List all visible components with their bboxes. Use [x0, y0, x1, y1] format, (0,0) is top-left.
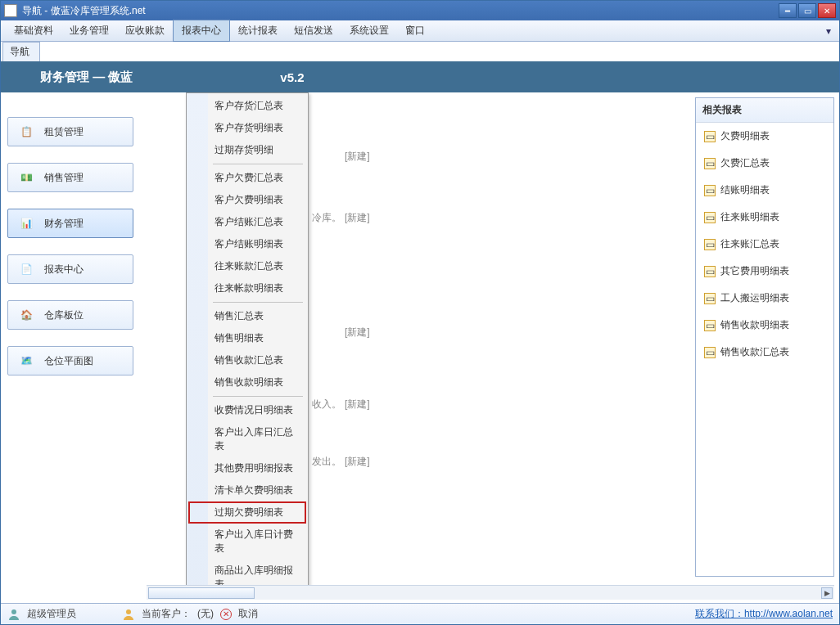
- dropdown-item[interactable]: 客户存货汇总表: [188, 95, 306, 117]
- report-icon: ▭: [704, 266, 716, 277]
- related-report-item[interactable]: ▭结账明细表: [696, 177, 833, 204]
- related-reports-panel: 相关报表 ▭欠费明细表▭欠费汇总表▭结账明细表▭往来账明细表▭往来账汇总表▭其它…: [695, 97, 834, 577]
- report-icon: ▭: [704, 212, 716, 223]
- ghost-new-2[interactable]: [新建]: [345, 211, 370, 225]
- related-report-label: 销售收款明细表: [720, 318, 789, 332]
- dropdown-item[interactable]: 往来帐款明细表: [188, 277, 306, 299]
- horizontal-scrollbar[interactable]: ▶: [147, 585, 834, 600]
- sidebar-label: 财务管理: [44, 217, 84, 231]
- user-icon: [7, 608, 20, 621]
- dropdown-item[interactable]: 客户出入库日计费表: [188, 524, 306, 560]
- report-icon: ▭: [704, 239, 716, 250]
- related-report-label: 其它费用明细表: [720, 264, 789, 278]
- related-reports-title: 相关报表: [696, 98, 833, 123]
- status-customer-label: 当前客户：: [142, 607, 191, 621]
- related-report-label: 结账明细表: [720, 183, 770, 197]
- status-customer-value: (无): [197, 607, 214, 621]
- ghost-new-1[interactable]: [新建]: [345, 150, 370, 164]
- dropdown-item[interactable]: 过期欠费明细表: [188, 501, 306, 524]
- related-report-item[interactable]: ▭欠费汇总表: [696, 150, 833, 177]
- dropdown-item[interactable]: 销售收款汇总表: [188, 349, 306, 371]
- svg-point-1: [126, 609, 131, 614]
- dropdown-item[interactable]: 销售汇总表: [188, 305, 306, 327]
- menu-item[interactable]: 基础资料: [6, 20, 61, 41]
- page-header: 财务管理 — 傲蓝 v5.2: [1, 61, 839, 92]
- menu-item[interactable]: 应收账款: [117, 20, 173, 41]
- dropdown-item[interactable]: 过期存货明细: [188, 139, 306, 161]
- related-report-item[interactable]: ▭欠费明细表: [696, 123, 833, 150]
- sidebar-button[interactable]: 📊财务管理: [7, 209, 133, 238]
- sidebar-button[interactable]: 💵销售管理: [7, 163, 133, 192]
- ghost-new-3[interactable]: [新建]: [345, 326, 370, 339]
- sidebar-button[interactable]: 📄报表中心: [7, 254, 133, 284]
- sidebar: 📋租赁管理💵销售管理📊财务管理📄报表中心🏠仓库板位🗺️仓位平面图: [1, 92, 140, 585]
- ghost-new-5[interactable]: [新建]: [345, 455, 370, 469]
- tab-nav[interactable]: 导航: [2, 42, 40, 61]
- report-icon: ▭: [704, 293, 716, 304]
- menu-item[interactable]: 窗口: [397, 20, 433, 41]
- document-tab-strip: 导航: [1, 42, 839, 61]
- header-title-right: v5.2: [280, 70, 304, 84]
- ghost-new-4[interactable]: [新建]: [345, 398, 370, 411]
- contact-link[interactable]: 联系我们：http://www.aolan.net: [695, 607, 833, 621]
- body-area: 📋租赁管理💵销售管理📊财务管理📄报表中心🏠仓库板位🗺️仓位平面图 [新建] 冷库…: [1, 92, 839, 585]
- dropdown-separator: [213, 396, 303, 397]
- dropdown-item[interactable]: 客户存货明细表: [188, 117, 306, 139]
- sidebar-label: 仓库板位: [44, 308, 84, 322]
- related-report-item[interactable]: ▭销售收款明细表: [696, 312, 833, 339]
- dropdown-item[interactable]: 收费情况日明细表: [188, 399, 306, 421]
- status-user: 超级管理员: [27, 607, 76, 621]
- sidebar-icon: 🗺️: [16, 351, 36, 371]
- dropdown-item[interactable]: 销售明细表: [188, 327, 306, 349]
- menu-item[interactable]: 系统设置: [341, 20, 397, 41]
- menu-item[interactable]: 统计报表: [230, 20, 286, 41]
- workspace: 导航 财务管理 — 傲蓝 v5.2 📋租赁管理💵销售管理📊财务管理📄报表中心🏠仓…: [1, 42, 839, 603]
- dropdown-item[interactable]: 往来账款汇总表: [188, 255, 306, 277]
- related-report-label: 往来账明细表: [720, 210, 779, 224]
- related-report-item[interactable]: ▭销售收款汇总表: [696, 339, 833, 366]
- report-icon: ▭: [704, 320, 716, 331]
- dropdown-item[interactable]: 商品出入库明细报表: [188, 560, 306, 585]
- cancel-label[interactable]: 取消: [238, 607, 258, 621]
- dropdown-item[interactable]: 客户结账明细表: [188, 233, 306, 255]
- close-button[interactable]: ✕: [818, 3, 836, 18]
- dropdown-item[interactable]: 客户欠费汇总表: [188, 167, 306, 189]
- sidebar-icon: 📄: [16, 259, 36, 279]
- scrollbar-thumb[interactable]: [148, 587, 255, 599]
- dropdown-item[interactable]: 客户结账汇总表: [188, 211, 306, 233]
- minimize-button[interactable]: ━: [779, 3, 797, 18]
- status-bar: 超级管理员 当前客户： (无) ✕ 取消 联系我们：http://www.aol…: [1, 603, 839, 624]
- customer-icon: [122, 608, 135, 621]
- cancel-icon[interactable]: ✕: [220, 609, 232, 620]
- window-title: 导航 - 傲蓝冷库管理系统.net: [22, 4, 777, 18]
- sidebar-button[interactable]: 🏠仓库板位: [7, 300, 133, 330]
- dropdown-item[interactable]: 客户出入库日汇总表: [188, 421, 306, 457]
- dropdown-item[interactable]: 清卡单欠费明细表: [188, 479, 306, 501]
- related-report-item[interactable]: ▭工人搬运明细表: [696, 285, 833, 312]
- sidebar-button[interactable]: 🗺️仓位平面图: [7, 346, 133, 375]
- svg-point-0: [11, 609, 16, 614]
- sidebar-label: 报表中心: [44, 263, 84, 277]
- related-report-label: 销售收款汇总表: [720, 345, 789, 359]
- scrollbar-right-arrow[interactable]: ▶: [821, 587, 833, 599]
- sidebar-button[interactable]: 📋租赁管理: [7, 117, 133, 146]
- related-report-label: 往来账汇总表: [720, 237, 779, 251]
- sidebar-label: 销售管理: [44, 171, 84, 185]
- menu-item[interactable]: 短信发送: [286, 20, 341, 41]
- sidebar-icon: 📋: [16, 122, 36, 142]
- related-report-item[interactable]: ▭其它费用明细表: [696, 258, 833, 285]
- related-report-item[interactable]: ▭往来账明细表: [696, 204, 833, 231]
- menu-overflow-icon[interactable]: ▾: [823, 25, 834, 37]
- sidebar-label: 租赁管理: [44, 125, 84, 139]
- dropdown-separator: [213, 302, 303, 303]
- app-icon: [4, 4, 17, 17]
- dropdown-item[interactable]: 其他费用明细报表: [188, 457, 306, 479]
- dropdown-item[interactable]: 客户欠费明细表: [188, 189, 306, 211]
- related-report-item[interactable]: ▭往来账汇总表: [696, 231, 833, 258]
- menu-item[interactable]: 业务管理: [61, 20, 117, 41]
- maximize-button[interactable]: ▭: [798, 3, 816, 18]
- menu-item[interactable]: 报表中心: [173, 20, 230, 42]
- report-center-dropdown: 客户存货汇总表客户存货明细表过期存货明细客户欠费汇总表客户欠费明细表客户结账汇总…: [186, 92, 309, 585]
- ghost-text-3: 发出。: [312, 455, 341, 469]
- dropdown-item[interactable]: 销售收款明细表: [188, 371, 306, 393]
